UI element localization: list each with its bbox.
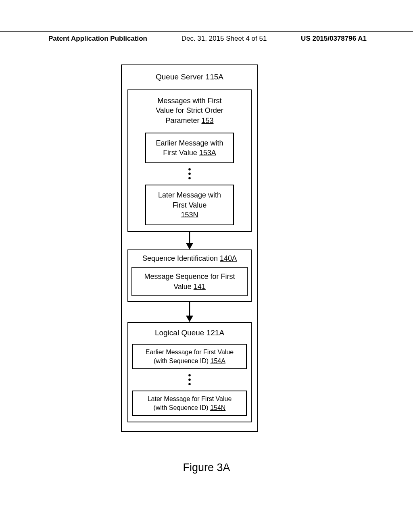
later-message-l1: Later Message with [158, 191, 221, 199]
message-sequence-ref: 141 [194, 283, 206, 291]
messages-box-title: Messages with First Value for Strict Ord… [131, 96, 248, 125]
queue-server-label: Queue Server [156, 73, 206, 81]
sequence-id-title: Sequence Identification 140A [131, 254, 248, 263]
queue-server-title: Queue Server 115A [127, 73, 252, 81]
arrow-down-icon [184, 302, 196, 322]
earlier-message-ref: 153A [199, 149, 216, 157]
later-message-l2: First Value [173, 201, 207, 209]
figure-label: Figure 3A [0, 461, 413, 474]
sequence-id-box: Sequence Identification 140A Message Seq… [127, 249, 252, 302]
logical-queue-label: Logical Queue [155, 328, 206, 337]
header-left: Patent Application Publication [48, 35, 147, 43]
queue-later-ref: 154N [210, 404, 225, 411]
message-sequence-l2: Value [173, 283, 194, 291]
queue-later-l1: Later Message for First Value [148, 395, 232, 402]
svg-marker-3 [186, 316, 193, 322]
sequence-id-ref: 140A [220, 254, 237, 262]
queue-later-box: Later Message for First Value (with Sequ… [132, 391, 247, 416]
earlier-message-l2: First Value [163, 149, 199, 157]
later-message-ref: 153N [181, 211, 198, 219]
queue-earlier-box: Earlier Message for First Value (with Se… [132, 344, 247, 369]
earlier-message-box: Earlier Message with First Value 153A [145, 133, 234, 164]
arrow-down-icon [184, 232, 196, 249]
queue-earlier-l2: (with Sequence ID) [154, 357, 211, 364]
messages-box: Messages with First Value for Strict Ord… [127, 89, 252, 232]
messages-title-l2: Value for Strict Order [156, 106, 223, 114]
queue-earlier-ref: 154A [211, 357, 225, 364]
messages-title-l1: Messages with First [157, 97, 221, 105]
messages-title-l3: Parameter [165, 116, 201, 125]
ellipsis-icon: ••• [132, 369, 247, 391]
earlier-message-l1: Earlier Message with [156, 139, 223, 147]
sequence-id-label: Sequence Identification [142, 254, 220, 262]
queue-server-ref: 115A [206, 73, 223, 81]
header-rule [0, 31, 413, 32]
messages-title-ref: 153 [202, 116, 214, 125]
page-header: Patent Application Publication Dec. 31, … [0, 35, 413, 43]
logical-queue-title: Logical Queue 121A [132, 328, 247, 337]
queue-earlier-l1: Earlier Message for First Value [146, 349, 234, 355]
message-sequence-l1: Message Sequence for First [144, 272, 235, 281]
diagram: Queue Server 115A Messages with First Va… [121, 64, 258, 432]
queue-later-l2: (with Sequence ID) [154, 404, 211, 411]
header-right: US 2015/0378796 A1 [301, 35, 367, 43]
ellipsis-icon: ••• [131, 163, 248, 185]
svg-marker-1 [186, 243, 193, 249]
later-message-box: Later Message with First Value 153N [145, 185, 234, 225]
message-sequence-box: Message Sequence for First Value 141 [131, 267, 248, 296]
queue-server-box: Queue Server 115A Messages with First Va… [121, 64, 258, 432]
logical-queue-box: Logical Queue 121A Earlier Message for F… [127, 322, 252, 422]
header-mid: Dec. 31, 2015 Sheet 4 of 51 [181, 35, 267, 43]
logical-queue-ref: 121A [206, 328, 224, 337]
